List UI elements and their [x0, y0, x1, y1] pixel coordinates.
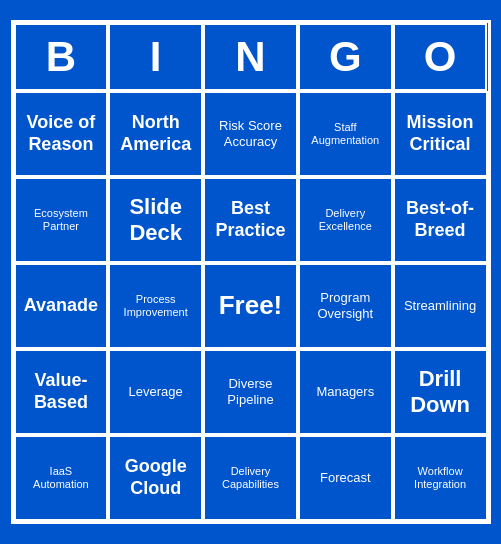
cell-slide-deck[interactable]: Slide Deck [108, 177, 203, 263]
bingo-card: B I N G O Voice of Reason North America … [11, 20, 491, 524]
cell-streamlining[interactable]: Streamlining [393, 263, 488, 349]
letter-b: B [14, 23, 109, 91]
cell-managers[interactable]: Managers [298, 349, 393, 435]
cell-workflow-integration[interactable]: Workflow Integration [393, 435, 488, 521]
cell-staff-augmentation[interactable]: Staff Augmentation [298, 91, 393, 177]
cell-program-oversight[interactable]: Program Oversight [298, 263, 393, 349]
cell-diverse-pipeline[interactable]: Diverse Pipeline [203, 349, 298, 435]
cell-drill-down[interactable]: Drill Down [393, 349, 488, 435]
letter-i: I [108, 23, 203, 91]
cell-north-america[interactable]: North America [108, 91, 203, 177]
cell-ecosystem-partner[interactable]: Ecosystem Partner [14, 177, 109, 263]
cell-avanade[interactable]: Avanade [14, 263, 109, 349]
cell-leverage[interactable]: Leverage [108, 349, 203, 435]
cell-iaas-automation[interactable]: IaaS Automation [14, 435, 109, 521]
cell-google-cloud[interactable]: Google Cloud [108, 435, 203, 521]
cell-risk-score-accuracy[interactable]: Risk Score Accuracy [203, 91, 298, 177]
letter-g: G [298, 23, 393, 91]
cell-forecast[interactable]: Forecast [298, 435, 393, 521]
cell-best-practice[interactable]: Best Practice [203, 177, 298, 263]
cell-best-of-breed[interactable]: Best-of-Breed [393, 177, 488, 263]
letter-o: O [393, 23, 488, 91]
cell-delivery-capabilities[interactable]: Delivery Capabilities [203, 435, 298, 521]
cell-voice-of-reason[interactable]: Voice of Reason [14, 91, 109, 177]
cell-mission-critical[interactable]: Mission Critical [393, 91, 488, 177]
cell-process-improvement[interactable]: Process Improvement [108, 263, 203, 349]
bingo-header: B I N G O [14, 23, 488, 91]
bingo-grid: Voice of Reason North America Risk Score… [14, 91, 488, 521]
cell-free[interactable]: Free! [203, 263, 298, 349]
cell-value-based[interactable]: Value-Based [14, 349, 109, 435]
cell-delivery-excellence[interactable]: Delivery Excellence [298, 177, 393, 263]
letter-n: N [203, 23, 298, 91]
